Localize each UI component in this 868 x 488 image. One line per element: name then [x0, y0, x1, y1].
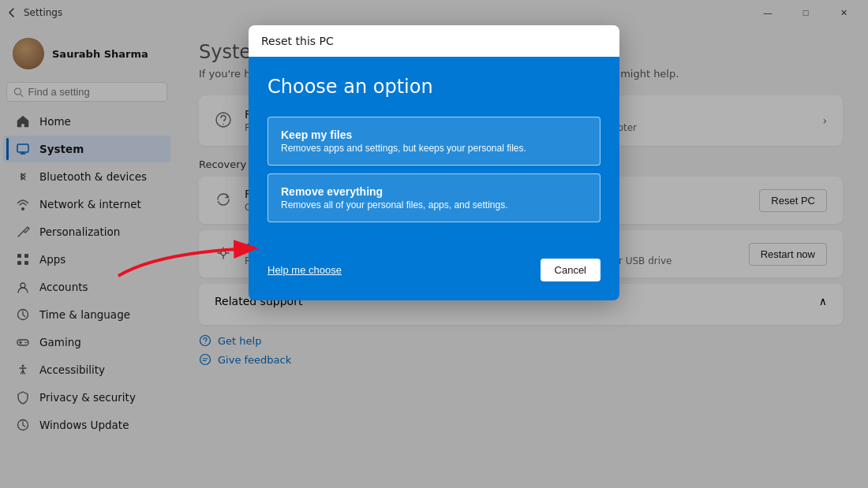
- keep-files-title: Keep my files: [281, 129, 587, 141]
- reset-modal: Reset this PC Choose an option Keep my f…: [249, 25, 619, 300]
- modal-body: Choose an option Keep my files Removes a…: [249, 57, 619, 246]
- modal-titlebar: Reset this PC: [249, 25, 619, 57]
- modal-footer: Help me choose Cancel: [249, 246, 619, 300]
- remove-everything-button[interactable]: Remove everything Removes all of your pe…: [268, 173, 600, 222]
- modal-titlebar-text: Reset this PC: [261, 35, 334, 47]
- keep-files-button[interactable]: Keep my files Removes apps and settings,…: [268, 117, 600, 166]
- modal-overlay: Reset this PC Choose an option Keep my f…: [0, 0, 868, 488]
- keep-files-description: Removes apps and settings, but keeps you…: [281, 143, 587, 154]
- remove-everything-title: Remove everything: [281, 185, 587, 198]
- modal-title: Choose an option: [268, 76, 600, 98]
- remove-everything-description: Removes all of your personal files, apps…: [281, 199, 587, 210]
- cancel-button[interactable]: Cancel: [541, 259, 600, 281]
- help-me-choose-link[interactable]: Help me choose: [268, 264, 342, 276]
